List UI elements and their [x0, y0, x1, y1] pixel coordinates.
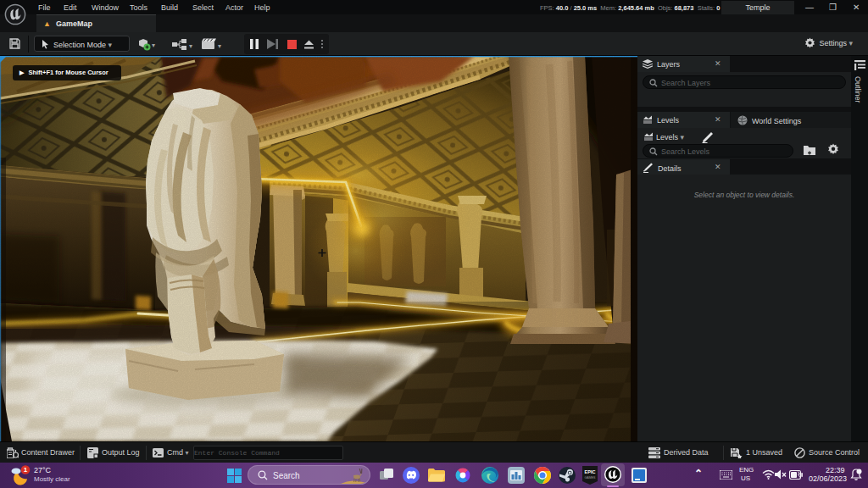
svg-text:▾: ▾	[189, 42, 192, 50]
svg-text:EPIC: EPIC	[585, 469, 596, 474]
svg-text:▾: ▾	[152, 42, 155, 49]
svg-text:▾: ▾	[218, 42, 221, 50]
svg-text:GAMES: GAMES	[585, 476, 597, 480]
svg-text:1: 1	[24, 466, 28, 474]
